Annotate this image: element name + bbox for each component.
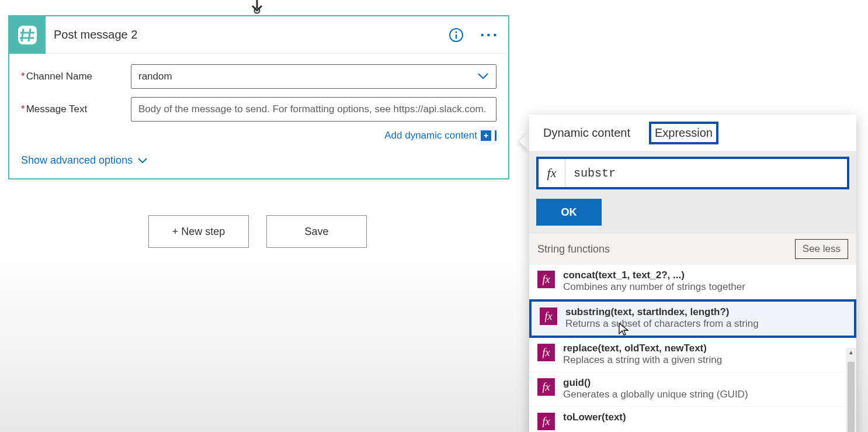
flyout-tabs: Dynamic content Expression — [529, 115, 856, 151]
fx-icon: fx — [537, 413, 555, 430]
message-text-label: Message Text — [26, 103, 88, 115]
flyout-caret — [519, 131, 530, 152]
ok-button[interactable]: OK — [536, 199, 602, 226]
save-button[interactable]: Save — [266, 215, 367, 248]
fx-desc: Returns a subset of characters from a st… — [565, 318, 759, 330]
plus-icon[interactable]: + — [481, 130, 491, 141]
fx-icon: fx — [537, 344, 555, 361]
scroll-up-icon[interactable]: ▲ — [848, 349, 855, 355]
channel-name-label: Channel Name — [26, 71, 92, 82]
fx-item-guid[interactable]: fx guid() Generates a globally unique st… — [529, 372, 856, 407]
fx-item-tolower[interactable]: fx toLower(text) — [529, 407, 856, 432]
show-advanced-options-toggle[interactable]: Show advanced options — [21, 154, 497, 167]
dynamic-content-bar — [495, 130, 497, 141]
message-text-placeholder: Body of the message to send. For formatt… — [138, 103, 486, 115]
card-title[interactable]: Post message 2 — [54, 28, 446, 42]
action-card-post-message: Post message 2 ··· *Channel Name random — [8, 15, 509, 179]
field-row-channel-name: *Channel Name random — [21, 64, 497, 89]
info-icon[interactable] — [446, 25, 466, 45]
fx-icon: fx — [537, 271, 555, 288]
fx-item-replace[interactable]: fx replace(text, oldText, newText) Repla… — [529, 338, 856, 372]
chevron-down-icon — [137, 154, 148, 167]
more-actions-icon[interactable]: ··· — [478, 25, 501, 45]
channel-name-value: random — [138, 71, 172, 82]
fx-name: toLower(text) — [563, 412, 626, 423]
expression-input-box[interactable]: fx substr — [536, 157, 849, 189]
section-string-functions-header: String functions See less — [529, 233, 856, 265]
fx-item-substring[interactable]: fx substring(text, startIndex, length?) … — [529, 299, 856, 338]
fx-item-concat[interactable]: fx concat(text_1, text_2?, ...) Combines… — [529, 265, 856, 299]
see-less-button[interactable]: See less — [795, 239, 848, 259]
tab-expression[interactable]: Expression — [649, 122, 718, 144]
fx-desc: Combines any number of strings together — [563, 281, 745, 293]
new-step-button[interactable]: + New step — [148, 215, 249, 248]
field-row-message-text: *Message Text Body of the message to sen… — [21, 97, 497, 122]
slack-channel-icon — [9, 16, 46, 54]
fx-desc: Replaces a string with a given string — [563, 354, 722, 366]
card-header: Post message 2 ··· — [9, 16, 508, 54]
fx-name: replace(text, oldText, newText) — [563, 343, 722, 354]
svg-rect-2 — [18, 26, 37, 44]
tab-dynamic-content[interactable]: Dynamic content — [540, 124, 634, 142]
fx-name: substring(text, startIndex, length?) — [565, 306, 759, 318]
svg-point-8 — [455, 31, 457, 33]
card-body: *Channel Name random *Message Text Body … — [9, 54, 508, 178]
flow-arrow-down-icon — [250, 0, 264, 14]
scroll-thumb[interactable] — [848, 362, 855, 432]
section-title: String functions — [537, 243, 610, 255]
expression-flyout: Dynamic content Expression fx substr OK … — [529, 115, 856, 432]
function-list: fx concat(text_1, text_2?, ...) Combines… — [529, 265, 856, 432]
fx-icon: fx — [539, 159, 565, 187]
fx-name: guid() — [563, 377, 748, 389]
fx-icon: fx — [537, 378, 555, 396]
scrollbar[interactable]: ▲ — [846, 348, 856, 432]
expression-input[interactable]: substr — [565, 167, 847, 180]
fx-name: concat(text_1, text_2?, ...) — [563, 269, 745, 281]
channel-name-select[interactable]: random — [131, 64, 497, 89]
message-text-input[interactable]: Body of the message to send. For formatt… — [131, 97, 497, 122]
fx-icon: fx — [540, 307, 557, 325]
chevron-down-icon — [477, 71, 489, 82]
fx-desc: Generates a globally unique string (GUID… — [563, 389, 748, 400]
add-dynamic-content-link[interactable]: Add dynamic content — [384, 130, 477, 141]
